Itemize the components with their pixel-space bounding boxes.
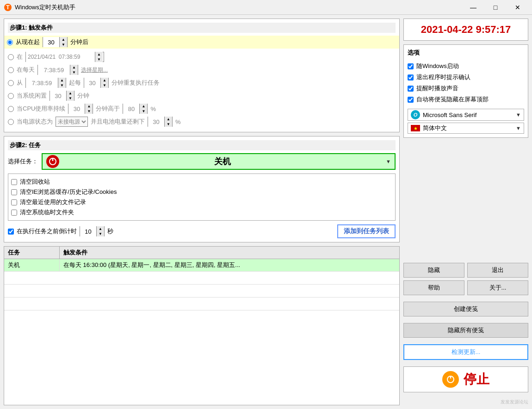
about-button[interactable]: 关于... — [467, 280, 528, 295]
spin-down-minutes[interactable]: ▼ — [60, 42, 67, 47]
spin-minutes: ▲ ▼ — [43, 37, 68, 47]
spin-up-datetime[interactable]: ▲ — [95, 52, 103, 57]
option-cb-0[interactable] — [408, 63, 414, 69]
spin-up-countdown[interactable]: ▲ — [97, 226, 104, 231]
power-state-select[interactable]: 未接电源 — [56, 117, 88, 127]
font-select-row[interactable]: O Microsoft Sans Serif ▼ — [408, 109, 524, 121]
task-select-box[interactable]: 关机 ▼ — [42, 153, 396, 170]
add-to-list-button[interactable]: 添加到任务列表 — [337, 224, 396, 238]
left-panel: 步骤1: 触发条件 从现在起 ▲ ▼ 分钟后 在 — [4, 19, 400, 405]
table-row[interactable]: 关机 在每天 16:30:00 (星期天, 星期一, 星期二, 星期三, 星期四… — [4, 259, 399, 272]
spin-arrows-idle: ▲ ▼ — [67, 91, 74, 101]
spin-interval-4: ▲ ▼ — [84, 78, 109, 88]
table-row-empty-3[interactable] — [4, 297, 399, 310]
table-cell-condition: 在每天 16:30:00 (星期天, 星期一, 星期二, 星期三, 星期四, 星… — [60, 259, 399, 271]
spin-up-cpu-dur[interactable]: ▲ — [85, 104, 93, 109]
trigger-label-4a: 从 — [17, 79, 23, 87]
lang-dropdown-arrow: ▼ — [516, 125, 521, 131]
time-input-3[interactable] — [38, 65, 70, 75]
spin-idle: ▲ ▼ — [49, 91, 74, 101]
spin-cpu-duration: ▲ ▼ — [68, 104, 93, 114]
trigger-label-5a: 当系统闲置 — [17, 92, 47, 100]
help-button[interactable]: 帮助 — [403, 280, 464, 295]
battery-input[interactable] — [148, 117, 165, 127]
spin-down-cpu-thr[interactable]: ▼ — [140, 109, 147, 114]
trigger-radio-5[interactable] — [8, 93, 14, 99]
close-button[interactable]: ✕ — [507, 2, 528, 13]
spin-up-4b[interactable]: ▲ — [101, 78, 108, 83]
trigger-radio-4[interactable] — [8, 80, 14, 86]
table-cell-task: 关机 — [4, 259, 60, 271]
trigger-label-7a: 当电源状态为 — [17, 118, 53, 126]
app-icon: T — [4, 3, 12, 12]
spin-time-4: ▲ ▼ — [25, 78, 66, 88]
spin-down-datetime[interactable]: ▼ — [95, 57, 103, 62]
spin-up-3[interactable]: ▲ — [70, 65, 78, 70]
option-text-2: 提醒时播放声音 — [416, 84, 458, 93]
trigger-row-3: 在每天 ▲ ▼ 选择星期... — [8, 63, 396, 76]
trigger-radio-6[interactable] — [8, 106, 14, 112]
cpu-threshold-input[interactable] — [123, 104, 140, 114]
spin-up-idle[interactable]: ▲ — [67, 91, 74, 96]
lang-label: 简体中文 — [423, 124, 447, 132]
spin-down-cpu-dur[interactable]: ▼ — [85, 109, 93, 114]
spin-down-countdown[interactable]: ▼ — [97, 231, 104, 236]
countdown-checkbox[interactable] — [8, 229, 14, 235]
check-update-button[interactable]: 检测更新... — [403, 344, 528, 360]
option-cb-2[interactable] — [408, 86, 414, 92]
spin-down-4a[interactable]: ▼ — [58, 83, 66, 88]
trigger-radio-7[interactable] — [8, 119, 14, 125]
table-row-empty-2[interactable] — [4, 285, 399, 297]
spin-battery: ▲ ▼ — [148, 117, 173, 127]
spin-up-cpu-thr[interactable]: ▲ — [140, 104, 147, 109]
minimize-button[interactable]: — — [463, 2, 484, 13]
countdown-input[interactable] — [80, 226, 97, 236]
create-note-button[interactable]: 创建便笺 — [403, 302, 528, 316]
table-row-empty-1[interactable] — [4, 272, 399, 285]
title-bar: T Windows定时关机助手 — □ ✕ — [0, 0, 532, 15]
window-controls: — □ ✕ — [463, 2, 528, 13]
spin-up-minutes[interactable]: ▲ — [60, 37, 67, 42]
idle-input[interactable] — [50, 91, 67, 101]
button-grid: 隐藏 退出 帮助 关于... — [403, 263, 528, 295]
option-checkbox-3[interactable] — [11, 199, 17, 205]
trigger-label-1b: 分钟后 — [70, 38, 88, 46]
spin-cpu-threshold: ▲ ▼ — [123, 104, 148, 114]
spin-up-battery[interactable]: ▲ — [165, 117, 172, 122]
minutes-input[interactable] — [43, 37, 60, 47]
hide-button[interactable]: 隐藏 — [403, 263, 464, 278]
option-cb-3[interactable] — [408, 97, 414, 103]
datetime-input[interactable] — [26, 52, 95, 62]
option-label-2: 清空IE浏览器缓存/历史记录/Cookies — [20, 188, 117, 196]
exit-button[interactable]: 退出 — [467, 263, 528, 278]
spin-down-3[interactable]: ▼ — [70, 70, 78, 75]
task-list-table: 任务 触发条件 关机 在每天 16:30:00 (星期天, 星期一, 星期二, … — [4, 246, 400, 405]
option-checkbox-1[interactable] — [11, 179, 17, 185]
cpu-duration-input[interactable] — [68, 104, 85, 114]
lang-select-row[interactable]: ★ 简体中文 ▼ — [408, 123, 524, 134]
interval-input-4[interactable] — [84, 78, 101, 88]
hide-all-notes-button[interactable]: 隐藏所有便笺 — [403, 323, 528, 338]
step1-title: 步骤1: 触发条件 — [8, 23, 396, 33]
spin-down-idle[interactable]: ▼ — [67, 96, 74, 101]
option-checkbox-2[interactable] — [11, 189, 17, 195]
option-sound: 提醒时播放声音 — [408, 83, 524, 94]
spin-down-battery[interactable]: ▼ — [165, 122, 172, 127]
trigger-label-4c: 分钟重复执行任务 — [111, 79, 160, 87]
option-label-1: 清空回收站 — [20, 178, 50, 186]
option-text-1: 退出程序时提示确认 — [416, 73, 470, 81]
trigger-radio-1[interactable] — [7, 39, 13, 45]
trigger-radio-3[interactable] — [8, 67, 14, 73]
option-cb-1[interactable] — [408, 74, 414, 81]
option-checkbox-4[interactable] — [11, 210, 17, 216]
app-title: Windows定时关机助手 — [15, 3, 463, 12]
spin-down-4b[interactable]: ▼ — [101, 83, 108, 88]
spin-arrows-minutes: ▲ ▼ — [60, 37, 67, 47]
time-input-4[interactable] — [26, 78, 58, 88]
stop-button[interactable]: 停止 — [403, 366, 528, 392]
trigger-row-1: 从现在起 ▲ ▼ 分钟后 — [4, 36, 399, 49]
maximize-button[interactable]: □ — [485, 2, 506, 13]
select-weekday[interactable]: 选择星期... — [81, 66, 108, 74]
spin-up-4a[interactable]: ▲ — [58, 78, 66, 83]
trigger-radio-2[interactable] — [8, 54, 14, 60]
